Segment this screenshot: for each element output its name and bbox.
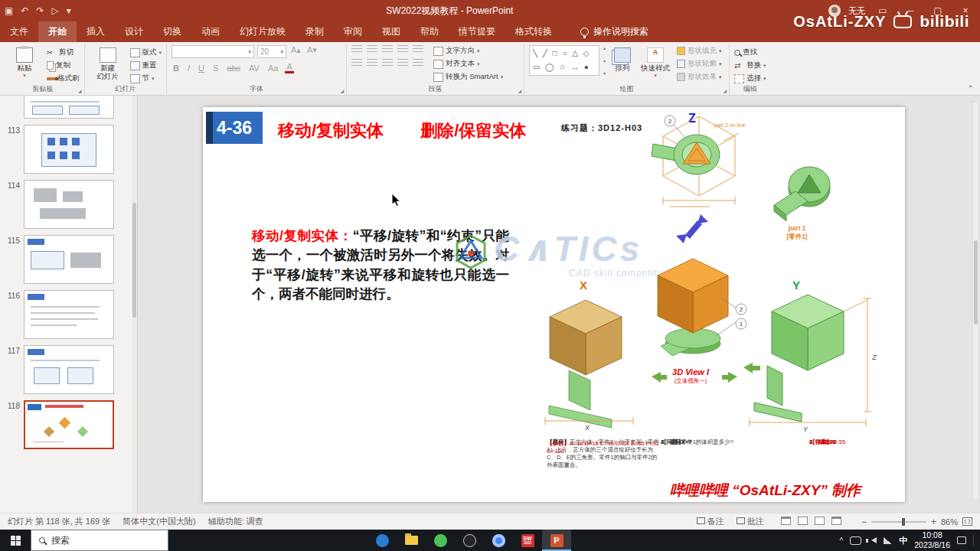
text-direction-button[interactable]: 文字方向▾: [433, 45, 503, 57]
collapse-ribbon-icon[interactable]: ⌃: [968, 84, 974, 93]
action-center-icon[interactable]: [957, 536, 966, 544]
maximize-button[interactable]: ▢: [928, 5, 948, 16]
tab-record[interactable]: 录制: [296, 21, 334, 42]
taskbar-app-solidworks[interactable]: SW 2022: [513, 530, 542, 551]
tab-review[interactable]: 审阅: [334, 21, 372, 42]
align-left-icon[interactable]: [351, 59, 362, 67]
tab-home[interactable]: 开始: [38, 21, 77, 42]
italic-button[interactable]: I: [186, 64, 191, 73]
network-icon[interactable]: [884, 537, 892, 544]
tell-me-search[interactable]: 操作说明搜索: [573, 21, 656, 42]
text-shadow-button[interactable]: S: [211, 64, 220, 73]
increase-indent-icon[interactable]: [397, 45, 408, 54]
clipboard-dialog-launcher-icon[interactable]: ◢: [78, 88, 82, 93]
grow-font-button[interactable]: A▴: [289, 45, 302, 58]
ribbon-display-options-icon[interactable]: ▭: [873, 5, 893, 16]
arrange-button[interactable]: 排列: [609, 45, 635, 73]
taskbar-app-qq[interactable]: [455, 530, 484, 551]
font-name-combo[interactable]: ▾: [172, 45, 254, 58]
layout-button[interactable]: 版式▾: [130, 47, 162, 58]
zoom-percentage[interactable]: 86%: [941, 517, 958, 527]
justify-icon[interactable]: [397, 59, 408, 67]
taskbar-app-edge[interactable]: [368, 530, 397, 551]
reset-button[interactable]: 重置: [130, 60, 162, 71]
bold-button[interactable]: B: [172, 64, 181, 73]
decrease-indent-icon[interactable]: [382, 45, 393, 54]
tab-format-convert[interactable]: 格式转换: [505, 21, 562, 42]
columns-icon[interactable]: [413, 59, 423, 67]
slide-thumbnail-113[interactable]: [24, 125, 114, 174]
editor-scrollbar[interactable]: [972, 102, 979, 500]
slide-thumbnail-114[interactable]: [24, 180, 114, 229]
slide-thumbnail-118-selected[interactable]: [24, 400, 114, 449]
shape-outline-button[interactable]: 形状轮廓▾: [677, 58, 722, 70]
find-button[interactable]: 查找: [734, 47, 766, 58]
align-text-button[interactable]: 对齐文本▾: [433, 58, 503, 70]
tab-animations[interactable]: 动画: [191, 21, 230, 42]
tab-transitions[interactable]: 切换: [153, 21, 191, 42]
save-icon[interactable]: ▣: [5, 5, 13, 16]
shapes-gallery[interactable]: ╲ ╱ □ ○ △ ◇ ▭ ◯ ☆ ↔ ● ◆: [529, 45, 599, 76]
zoom-slider-thumb[interactable]: [902, 518, 905, 526]
copy-button[interactable]: 复制: [47, 60, 80, 71]
reading-view-icon[interactable]: [815, 517, 825, 525]
align-center-icon[interactable]: [367, 59, 377, 67]
comments-button[interactable]: 批注: [737, 516, 764, 527]
select-button[interactable]: 选择▾: [734, 73, 766, 84]
undo-icon[interactable]: ↶: [21, 5, 28, 16]
bilibili-tray-icon[interactable]: [850, 536, 861, 545]
tab-help[interactable]: 帮助: [410, 21, 449, 42]
strikethrough-button[interactable]: abc: [225, 64, 242, 73]
scrollbar-thumb[interactable]: [132, 203, 136, 318]
slide-canvas[interactable]: C∧TICs CAD skill competition: [203, 107, 905, 502]
format-painter-button[interactable]: 格式刷: [47, 73, 80, 84]
drawing-dialog-launcher-icon[interactable]: ◢: [723, 88, 727, 93]
change-case-button[interactable]: Aa: [266, 64, 279, 73]
slideshow-view-icon[interactable]: [831, 517, 841, 525]
tab-view[interactable]: 视图: [372, 21, 410, 42]
line-spacing-icon[interactable]: [413, 45, 423, 54]
taskbar-app-explorer[interactable]: [397, 530, 426, 551]
taskbar-clock[interactable]: 10:08 2023/8/16: [914, 530, 950, 550]
show-desktop-button[interactable]: [973, 535, 977, 546]
shape-fill-button[interactable]: 形状填充▾: [677, 45, 722, 57]
tray-expand-icon[interactable]: ^: [840, 536, 844, 545]
smartart-button[interactable]: 转换为 SmartArt▾: [433, 71, 503, 83]
character-spacing-button[interactable]: AV: [247, 64, 261, 73]
tab-design[interactable]: 设计: [115, 21, 153, 42]
accessibility-status[interactable]: 辅助功能: 调查: [208, 516, 263, 527]
tab-file[interactable]: 文件: [0, 21, 38, 42]
fit-slide-button[interactable]: [962, 517, 972, 526]
tab-storyboard[interactable]: 情节提要: [449, 21, 505, 42]
taskbar-app-browser[interactable]: [484, 530, 513, 551]
align-right-icon[interactable]: [382, 59, 393, 67]
taskbar-search[interactable]: 搜索: [31, 530, 168, 551]
language-indicator[interactable]: 简体中文(中国大陆): [122, 516, 195, 527]
thumbnail-scrollbar[interactable]: [132, 96, 137, 513]
slide-thumbnail-115[interactable]: [24, 235, 114, 284]
new-slide-button[interactable]: 新建 幻灯片: [90, 45, 126, 81]
scrollbar-thumb[interactable]: [974, 240, 978, 324]
tab-slideshow[interactable]: 幻灯片放映: [230, 21, 296, 42]
normal-view-icon[interactable]: [781, 517, 791, 525]
start-button[interactable]: [0, 530, 31, 551]
close-button[interactable]: ×: [956, 5, 975, 16]
volume-icon[interactable]: [868, 537, 877, 543]
slide-thumbnail-116[interactable]: [24, 290, 114, 339]
shrink-font-button[interactable]: A▾: [305, 45, 318, 58]
paste-button[interactable]: 粘贴 ▾: [6, 45, 43, 79]
zoom-out-button[interactable]: −: [861, 517, 867, 527]
cut-button[interactable]: ✂剪切: [47, 47, 80, 58]
section-button[interactable]: 节▾: [130, 73, 162, 84]
slide-sorter-view-icon[interactable]: [798, 517, 808, 525]
redo-icon[interactable]: ↷: [36, 5, 44, 16]
paragraph-dialog-launcher-icon[interactable]: ◢: [518, 88, 521, 93]
font-dialog-launcher-icon[interactable]: ◢: [340, 88, 344, 93]
taskbar-app-wechat[interactable]: [426, 530, 455, 551]
ime-indicator[interactable]: 中: [899, 535, 907, 546]
bullets-icon[interactable]: [351, 45, 362, 54]
font-color-button[interactable]: A: [285, 62, 293, 73]
notes-button[interactable]: 备注: [697, 516, 724, 527]
start-slideshow-icon[interactable]: ▷: [51, 5, 58, 16]
quick-styles-button[interactable]: A 快速样式 ▾: [639, 45, 671, 79]
